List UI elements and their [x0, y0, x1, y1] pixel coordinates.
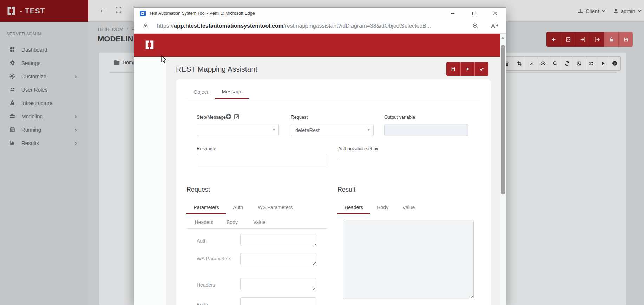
url-protocol: https://: [157, 23, 174, 29]
tab-message[interactable]: Message: [215, 85, 249, 99]
ws-parameters-field-label: WS Parameters: [197, 255, 235, 263]
tab-result-value[interactable]: Value: [398, 202, 420, 214]
authorization-set-by-label: Authorization set by: [338, 146, 378, 151]
check-icon: [479, 67, 484, 72]
result-tabs: Headers Body Value: [337, 202, 480, 214]
assistant-header-buttons: [446, 62, 488, 76]
assistant-header-band: [134, 34, 500, 57]
maximize-button[interactable]: [466, 8, 482, 19]
auth-field-label: Auth: [197, 237, 207, 245]
left-margin-strip: [134, 57, 166, 305]
resource-label: Resource: [197, 146, 216, 151]
tab-body[interactable]: Body: [223, 217, 241, 229]
ws-parameters-field-input[interactable]: [240, 253, 316, 265]
body-field-label: Body: [197, 301, 208, 305]
step-message-label: Step/Message: [197, 114, 226, 120]
add-step-button[interactable]: [225, 113, 232, 120]
edge-popup-window: Test Automation System Tool - Perfil 1: …: [134, 7, 506, 305]
screen: - TEST SERVER ADMIN Dashboard Settings C…: [0, 0, 644, 305]
request-sub-tabs: Headers Body Value: [186, 217, 327, 229]
caret-down-icon: ▾: [368, 127, 370, 132]
read-aloud-icon[interactable]: [490, 22, 498, 29]
tab-parameters[interactable]: Parameters: [186, 202, 226, 214]
save-icon: [451, 67, 456, 72]
edit-step-button[interactable]: [234, 113, 240, 120]
popup-scrollbar[interactable]: [500, 34, 506, 305]
scroll-up-arrow-icon[interactable]: [501, 37, 505, 39]
result-output-area[interactable]: [343, 220, 474, 299]
caret-down-icon: ▾: [273, 127, 275, 132]
run-button[interactable]: [460, 62, 474, 76]
url-domain: app.htest.testautomationsystemtool.com: [174, 23, 283, 29]
tab-auth[interactable]: Auth: [229, 202, 248, 214]
tab-headers[interactable]: Headers: [192, 217, 216, 229]
tab-result-body[interactable]: Body: [373, 202, 393, 214]
mouse-cursor: [161, 55, 167, 65]
output-variable-label: Output variable: [384, 114, 415, 120]
play-icon: [466, 67, 470, 71]
address-bar[interactable]: https://app.htest.testautomationsystemto…: [134, 19, 506, 34]
lock-icon[interactable]: [143, 23, 148, 29]
body-field-input[interactable]: [240, 297, 316, 305]
output-variable-input[interactable]: [384, 124, 468, 136]
headers-field-label: Headers: [197, 281, 215, 289]
window-title-bar[interactable]: Test Automation System Tool - Perfil 1: …: [134, 8, 506, 19]
site-favicon-icon: [140, 11, 146, 16]
tab-object[interactable]: Object: [188, 85, 214, 99]
request-select[interactable]: deleteRest ▾: [291, 124, 374, 136]
brand-bracket-logo-icon: [144, 40, 155, 50]
assistant-card: Object Message Step/Message ▾ Request: [176, 79, 491, 305]
url-path: /restmappingassistant?idDiagram=38&idObj…: [283, 23, 431, 29]
tab-result-headers[interactable]: Headers: [337, 202, 370, 214]
url-text[interactable]: https://app.htest.testautomationsystemto…: [157, 23, 462, 29]
save-button[interactable]: [446, 62, 460, 76]
headers-field-input[interactable]: [240, 278, 316, 290]
authorization-set-by-value: -: [338, 156, 340, 161]
assistant-body: REST Mapping Assistant Object Message St…: [134, 57, 500, 305]
tab-ws-parameters[interactable]: WS Parameters: [253, 202, 297, 214]
result-section-title: Result: [337, 186, 355, 193]
resource-input[interactable]: [197, 154, 327, 166]
request-label: Request: [291, 114, 308, 120]
zoom-out-icon[interactable]: [472, 22, 479, 29]
scrollbar-thumb[interactable]: [501, 45, 505, 194]
step-message-select[interactable]: ▾: [197, 124, 279, 136]
auth-field-input[interactable]: [240, 234, 316, 246]
request-mode-tabs: Parameters Auth WS Parameters: [186, 202, 327, 214]
tab-value[interactable]: Value: [250, 217, 269, 229]
window-title: Test Automation System Tool - Perfil 1: …: [149, 11, 255, 16]
request-section-title: Request: [186, 186, 210, 193]
assistant-title: REST Mapping Assistant: [176, 65, 257, 73]
confirm-button[interactable]: [474, 62, 488, 76]
request-value: deleteRest: [295, 127, 320, 133]
close-button[interactable]: [487, 8, 503, 19]
assistant-tabs: Object Message: [186, 85, 480, 99]
minimize-button[interactable]: [445, 8, 461, 19]
